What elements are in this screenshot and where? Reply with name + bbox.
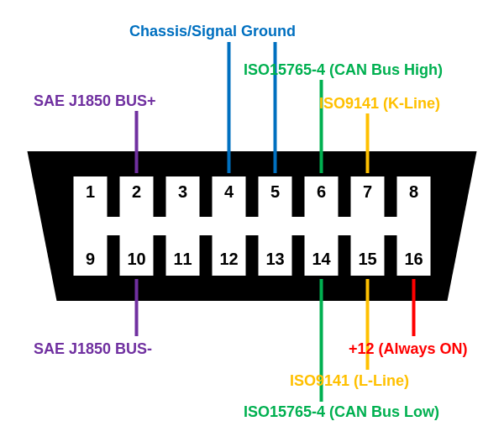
svg-rect-5 xyxy=(200,235,213,244)
pin-number: 1 xyxy=(86,182,95,201)
pin-number: 9 xyxy=(86,250,95,268)
label-can-high: ISO15765-4 (CAN Bus High) xyxy=(244,61,443,79)
pin-number: 3 xyxy=(178,182,187,201)
svg-rect-9 xyxy=(292,235,305,244)
svg-rect-8 xyxy=(292,208,305,217)
pin-number: 15 xyxy=(358,250,376,268)
svg-rect-2 xyxy=(154,208,166,217)
pin-number: 12 xyxy=(219,250,238,268)
label-can-low: ISO15765-4 (CAN Bus Low) xyxy=(244,403,439,421)
pin-number: 2 xyxy=(132,182,141,201)
svg-rect-7 xyxy=(246,235,259,244)
label-j1850-plus: SAE J1850 BUS+ xyxy=(34,92,156,110)
svg-rect-1 xyxy=(108,235,120,244)
svg-rect-10 xyxy=(339,208,351,217)
label-power-12: +12 (Always ON) xyxy=(349,340,468,358)
svg-rect-0 xyxy=(108,208,120,217)
pin-number: 4 xyxy=(224,182,234,201)
label-chassis-ground: Chassis/Signal Ground xyxy=(129,23,296,40)
pin-number: 11 xyxy=(173,250,192,268)
svg-rect-12 xyxy=(385,208,397,217)
label-l-line: ISO9141 (L-Line) xyxy=(290,372,409,390)
svg-rect-4 xyxy=(200,208,213,217)
pin-number: 14 xyxy=(312,250,331,268)
pin-number: 16 xyxy=(404,250,423,268)
pin-number: 5 xyxy=(270,182,280,201)
svg-rect-13 xyxy=(385,235,397,244)
pin-number: 6 xyxy=(317,182,326,201)
label-k-line: ISO9141 (K-Line) xyxy=(319,95,440,113)
svg-rect-6 xyxy=(246,208,259,217)
pin-number: 7 xyxy=(363,182,372,201)
svg-rect-3 xyxy=(154,235,166,244)
svg-rect-11 xyxy=(339,235,351,244)
pin-number: 13 xyxy=(265,250,284,268)
label-j1850-minus: SAE J1850 BUS- xyxy=(34,340,152,358)
pin-number: 10 xyxy=(127,250,145,268)
pin-number: 8 xyxy=(409,182,418,201)
